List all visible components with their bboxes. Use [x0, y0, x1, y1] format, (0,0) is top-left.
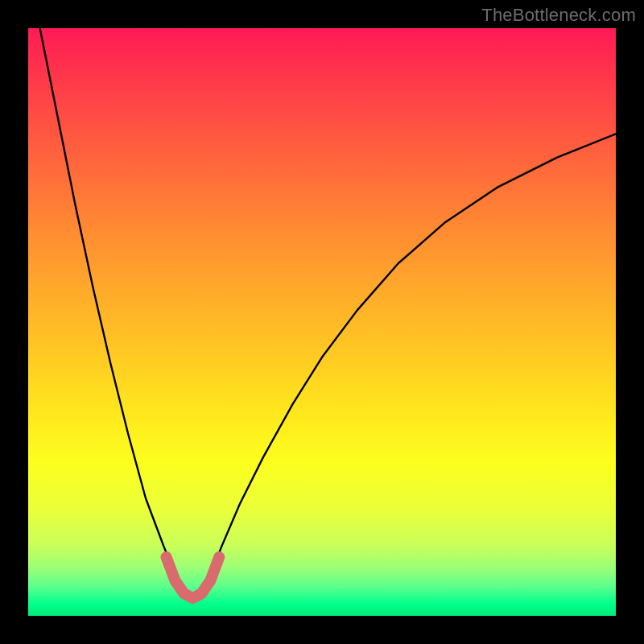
watermark-text: TheBottleneck.com	[481, 5, 636, 26]
bottleneck-curve	[40, 28, 616, 598]
curve-layer	[28, 28, 616, 616]
chart-frame: TheBottleneck.com	[0, 0, 644, 644]
sweet-spot-highlight	[167, 557, 220, 598]
plot-area	[28, 28, 616, 616]
